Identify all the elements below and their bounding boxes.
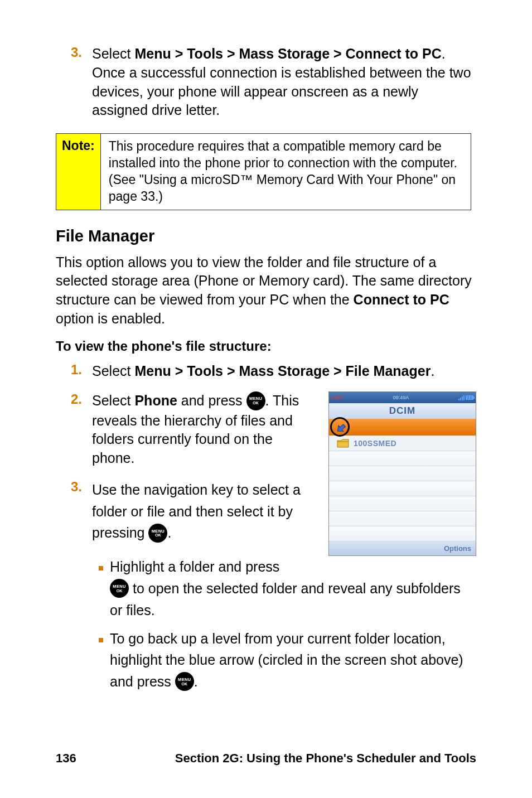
menu-path: Menu > Tools > Mass Storage > Connect to… bbox=[134, 46, 441, 61]
icon-text: OK bbox=[155, 533, 161, 537]
signal-icon bbox=[458, 395, 465, 400]
icon-text: MENU bbox=[113, 584, 125, 589]
menu-ok-icon: MENUOK bbox=[246, 391, 265, 410]
status-left: 1xEV bbox=[331, 395, 344, 400]
steps-with-image: 2. Select Phone and press MENUOK. This r… bbox=[56, 391, 476, 556]
folder-row: 100SSMED bbox=[329, 436, 476, 451]
folder-icon bbox=[337, 439, 349, 448]
bold-text: Connect to PC bbox=[354, 292, 449, 307]
text: and press bbox=[177, 393, 246, 408]
list-row bbox=[329, 496, 476, 511]
step-2: 2. Select Phone and press MENUOK. This r… bbox=[56, 391, 317, 468]
folder-name: 100SSMED bbox=[354, 439, 396, 448]
heading-file-manager: File Manager bbox=[56, 227, 476, 245]
menu-ok-icon: MENUOK bbox=[148, 524, 167, 543]
step-text: Select Phone and press MENUOK. This reve… bbox=[92, 391, 317, 468]
screenshot-column: 1xEV 09:49A DCIM bbox=[328, 391, 476, 556]
bullet-2: To go back up a level from your current … bbox=[92, 628, 476, 693]
step-number: 2. bbox=[56, 391, 92, 468]
list-row bbox=[329, 511, 476, 526]
step-number: 1. bbox=[56, 362, 92, 381]
screen-title: DCIM bbox=[329, 403, 476, 419]
icon-text: MENU bbox=[178, 678, 191, 682]
text: Use the navigation key to select a folde… bbox=[92, 482, 301, 541]
page-number: 136 bbox=[56, 751, 76, 766]
icon-text: MENU bbox=[152, 529, 165, 534]
text: . bbox=[431, 363, 434, 379]
softkey-bar: Options bbox=[329, 541, 476, 555]
menu-ok-icon: MENUOK bbox=[110, 579, 129, 598]
text: To go back up a level from your current … bbox=[110, 631, 463, 690]
icon-text: OK bbox=[182, 682, 188, 686]
menu-path: Menu > Tools > Mass Storage > File Manag… bbox=[134, 363, 431, 379]
text: . bbox=[194, 674, 198, 689]
step-number: 3. bbox=[56, 45, 92, 120]
bullet-marker bbox=[92, 628, 110, 693]
step-number: 3. bbox=[56, 479, 92, 544]
bullet-1: Highlight a folder and press MENUOK to o… bbox=[92, 556, 476, 621]
list-row bbox=[329, 451, 476, 466]
bullet-marker bbox=[92, 556, 110, 621]
text: Select bbox=[92, 363, 134, 379]
bullet-text: To go back up a level from your current … bbox=[110, 628, 476, 693]
step-3: 3. Use the navigation key to select a fo… bbox=[56, 479, 317, 544]
text: to open the selected folder and reveal a… bbox=[110, 581, 461, 618]
status-right bbox=[458, 395, 473, 400]
icon-text: MENU bbox=[249, 396, 262, 401]
section-title: Section 2G: Using the Phone's Scheduler … bbox=[175, 751, 476, 766]
list-row bbox=[329, 481, 476, 496]
battery-icon bbox=[466, 395, 473, 400]
text: Select bbox=[92, 393, 134, 408]
status-time: 09:49A bbox=[393, 395, 409, 400]
text: option is enabled. bbox=[56, 311, 165, 326]
note-box: Note: This procedure requires that a com… bbox=[56, 133, 471, 210]
page-footer: 136 Section 2G: Using the Phone's Schedu… bbox=[56, 751, 476, 766]
icon-text: OK bbox=[253, 401, 259, 405]
list-row bbox=[329, 526, 476, 541]
text: . bbox=[167, 525, 171, 540]
icon-text: OK bbox=[117, 589, 123, 593]
steps-column: 2. Select Phone and press MENUOK. This r… bbox=[56, 391, 317, 556]
text: Select bbox=[92, 46, 134, 61]
procedure-heading: To view the phone's file structure: bbox=[56, 338, 476, 354]
text: Highlight a folder and press bbox=[110, 559, 279, 574]
note-label: Note: bbox=[56, 134, 101, 210]
menu-ok-icon: MENUOK bbox=[175, 672, 194, 691]
step-3-top: 3. Select Menu > Tools > Mass Storage > … bbox=[56, 45, 476, 120]
list-row bbox=[329, 466, 476, 481]
step-text: Use the navigation key to select a folde… bbox=[92, 479, 317, 544]
phone-screenshot: 1xEV 09:49A DCIM bbox=[328, 391, 476, 556]
step-1: 1. Select Menu > Tools > Mass Storage > … bbox=[56, 362, 476, 381]
bullet-text: Highlight a folder and press MENUOK to o… bbox=[110, 556, 476, 621]
bold-text: Phone bbox=[134, 393, 177, 408]
sub-bullets: Highlight a folder and press MENUOK to o… bbox=[56, 556, 476, 693]
note-text: This procedure requires that a compatibl… bbox=[101, 134, 471, 210]
step-text: Select Menu > Tools > Mass Storage > Con… bbox=[92, 45, 476, 120]
status-bar: 1xEV 09:49A bbox=[329, 392, 476, 403]
softkey-options: Options bbox=[444, 544, 471, 553]
intro-paragraph: This option allows you to view the folde… bbox=[56, 253, 476, 328]
selected-row bbox=[329, 419, 476, 436]
step-text: Select Menu > Tools > Mass Storage > Fil… bbox=[92, 362, 476, 381]
